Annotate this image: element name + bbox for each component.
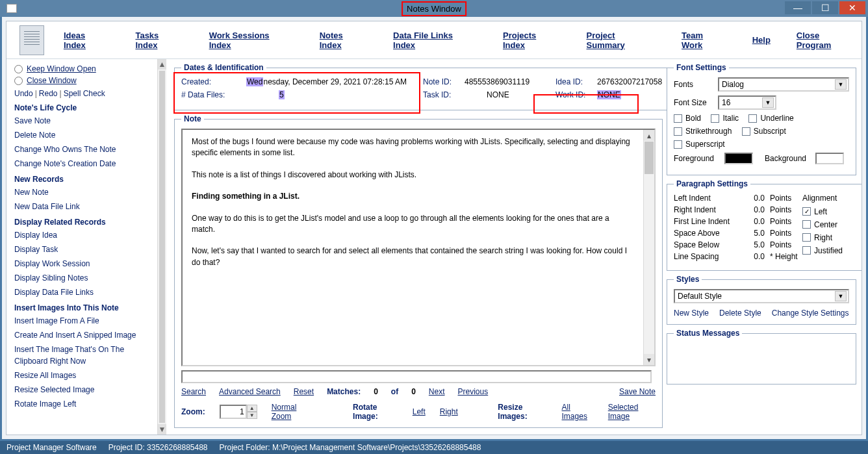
super-checkbox[interactable]: Superscript [674,140,725,149]
display-task-link[interactable]: Display Task [14,244,157,255]
minimize-button[interactable]: — [785,1,811,14]
insert-snipped-link[interactable]: Create And Insert A Snipped Image [14,329,157,341]
display-related-head: Display Related Records [14,218,157,227]
nav-help[interactable]: Help [752,35,771,45]
workid-label: Work ID: [555,90,597,99]
font-settings-fieldset: Font Settings Fonts Dialog▼ Font Size 16… [667,63,856,175]
prev-link[interactable]: Previous [458,387,489,396]
rotate-image-label: Rotate Image: [353,403,398,421]
window-controls: — ☐ ✕ [785,1,865,14]
resize-sel-link-2[interactable]: Selected Image [608,403,656,421]
note-fieldset: Note Most of the bugs I found were becau… [174,114,663,428]
new-style-link[interactable]: New Style [674,309,709,318]
note-textarea[interactable]: Most of the bugs I found were because my… [183,130,643,365]
zoom-input[interactable] [220,405,247,419]
display-dfl-link[interactable]: Display Data File Links [14,286,157,298]
styles-legend: Styles [674,275,702,284]
zoom-spinner[interactable]: ▲▼ [220,405,257,419]
insert-from-file-link[interactable]: Insert Image From A File [14,315,157,327]
nav-team[interactable]: Team Work [682,31,726,50]
statusbar: Project Manager Software Project ID: 335… [0,441,868,454]
italic-checkbox[interactable]: Italic [711,114,739,123]
strike-checkbox[interactable]: Strikethrough [674,127,732,136]
undo-link[interactable]: Undo [14,89,33,98]
resize-all-link[interactable]: Resize All Images [14,370,157,381]
scroll-down-icon[interactable]: ▼ [158,424,166,435]
scroll-thumb[interactable] [159,71,165,423]
zoom-label: Zoom: [181,407,205,416]
display-ws-link[interactable]: Display Work Session [14,258,157,270]
save-note-link[interactable]: Save Note [14,115,157,127]
resize-all-link-2[interactable]: All Images [562,403,594,421]
underline-checkbox[interactable]: Underline [748,114,793,123]
status-app: Project Manager Software [6,443,97,452]
align-justified-checkbox[interactable]: Justified [802,246,843,255]
fg-swatch[interactable] [724,153,753,164]
display-sibling-link[interactable]: Display Sibling Notes [14,272,157,284]
align-left-checkbox[interactable]: ✓Left [802,207,827,216]
keep-open-label[interactable]: Keep Window Open [27,64,96,73]
nav-summary[interactable]: Project Summary [587,31,656,50]
delete-style-link[interactable]: Delete Style [719,309,761,318]
insert-clipboard-link[interactable]: Insert The Image That's On The Clipboard… [14,344,157,367]
rotate-left-link[interactable]: Rotate Image Left [14,398,157,410]
scroll-down-icon[interactable]: ▾ [644,354,654,365]
spellcheck-link[interactable]: Spell Check [64,89,105,98]
rotate-right-link[interactable]: Right [440,407,458,416]
scroll-up-icon[interactable]: ▲ [158,59,166,69]
new-dfl-link[interactable]: New Data File Link [14,201,157,212]
fontsize-select[interactable]: 16▼ [718,95,776,110]
normal-zoom-link[interactable]: Normal Zoom [272,403,313,421]
change-date-link[interactable]: Change Note's Creation Date [14,158,157,170]
align-center-checkbox[interactable]: Center [802,220,837,229]
bold-checkbox[interactable]: Bold [674,114,701,123]
nav-close[interactable]: Close Program [797,31,856,50]
note-p1: Most of the bugs I found were because my… [192,136,634,159]
maximize-button[interactable]: ☐ [812,1,838,14]
created-value: Wednesday, December 29, 2021 07:28:15 AM [246,77,423,86]
sub-checkbox[interactable]: Subscript [742,127,786,136]
datafiles-label: # Data Files: [181,90,246,99]
spinner-down-icon[interactable]: ▼ [247,412,257,419]
keep-open-radio[interactable] [14,65,23,73]
scroll-up-icon[interactable]: ▴ [644,130,654,141]
nav-tasks[interactable]: Tasks Index [135,31,183,50]
delete-note-link[interactable]: Delete Note [14,129,157,141]
close-window-label[interactable]: Close Window [27,76,77,85]
change-style-link[interactable]: Change Style Settings [772,309,849,318]
reset-link[interactable]: Reset [294,387,314,396]
search-input[interactable] [181,370,652,383]
nav-notes[interactable]: Notes Index [320,31,367,50]
paragraph-settings-fieldset: Paragraph Settings Left Indent0.0Points … [667,179,862,271]
nav-works[interactable]: Work Sessions Index [209,31,294,50]
datafiles-value: 5 [246,90,423,99]
nav-datafiles[interactable]: Data File Links Index [393,31,477,50]
scroll-thumb[interactable] [645,142,654,174]
matches-value: 0 [374,387,378,396]
sidebar-scrollbar[interactable]: ▲ ▼ [157,59,166,435]
change-owner-link[interactable]: Change Who Owns The Note [14,144,157,155]
nav-ideas[interactable]: Ideas Index [64,31,110,50]
search-link[interactable]: Search [181,387,206,396]
align-right-checkbox[interactable]: Right [802,233,832,242]
titlebar: Notes Window — ☐ ✕ [0,0,868,17]
close-window-radio[interactable] [14,77,23,85]
spinner-up-icon[interactable]: ▲ [247,405,257,412]
display-idea-link[interactable]: Display Idea [14,229,157,241]
resize-selected-link[interactable]: Resize Selected Image [14,384,157,396]
next-link[interactable]: Next [429,387,445,396]
style-select[interactable]: Default Style▼ [674,289,849,303]
note-scrollbar[interactable]: ▴ ▾ [643,130,654,365]
fonts-select[interactable]: Dialog▼ [718,77,849,92]
save-note-link-2[interactable]: Save Note [619,387,656,396]
redo-link[interactable]: Redo [39,89,58,98]
workid-value: NONE [597,90,621,99]
fonts-label: Fonts [674,80,718,89]
note-legend: Note [181,114,204,123]
rotate-left-link-2[interactable]: Left [413,407,426,416]
new-note-link[interactable]: New Note [14,186,157,198]
close-button[interactable]: ✕ [839,1,865,14]
nav-projects[interactable]: Projects Index [503,31,561,50]
adv-search-link[interactable]: Advanced Search [219,387,281,396]
bg-swatch[interactable] [815,153,844,164]
